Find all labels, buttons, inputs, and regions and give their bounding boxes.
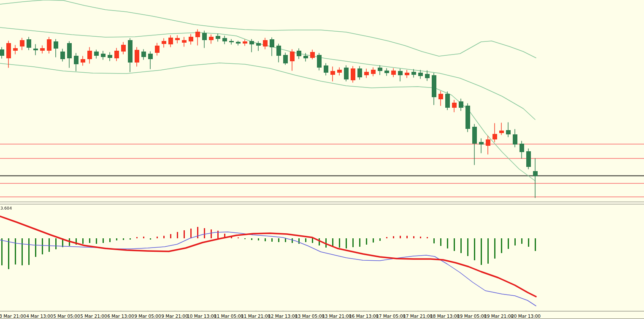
- x-axis-label: 13 Mar 21:00: [322, 314, 352, 319]
- x-axis-label: 6 Mar 13:00: [107, 314, 134, 319]
- x-axis-label: 17 Mar 21:00: [403, 314, 433, 319]
- x-axis-label: 13 Mar 05:00: [295, 314, 325, 319]
- x-axis-label: 19 Mar 05:00: [457, 314, 487, 319]
- time-axis[interactable]: 3 Mar 21:004 Mar 13:005 Mar 05:005 Mar 2…: [0, 311, 644, 319]
- x-axis-label: 16 Mar 13:00: [349, 314, 379, 319]
- x-axis-label: 3 Mar 21:00: [0, 314, 26, 319]
- x-axis-label: 17 Mar 05:00: [376, 314, 406, 319]
- panel-separator[interactable]: [0, 202, 644, 204]
- x-axis-label: 18 Mar 13:00: [430, 314, 460, 319]
- x-axis-label: 11 Mar 05:00: [214, 314, 244, 319]
- x-axis-label: 12 Mar 13:00: [268, 314, 298, 319]
- x-axis-label: 5 Mar 05:00: [53, 314, 80, 319]
- x-axis-label: 5 Mar 21:00: [80, 314, 107, 319]
- x-axis-label: 19 Mar 21:00: [484, 314, 514, 319]
- x-axis-label: 20 Mar 13:00: [511, 314, 541, 319]
- x-axis-label: 9 Mar 05:00: [134, 314, 161, 319]
- x-axis-label: 9 Mar 21:00: [161, 314, 188, 319]
- x-axis-label: 10 Mar 13:00: [187, 314, 216, 319]
- x-axis-label: 11 Mar 21:00: [241, 314, 271, 319]
- x-axis-label: 4 Mar 13:00: [26, 314, 53, 319]
- indicator-value-label: 3.604: [0, 206, 12, 210]
- trading-chart-window: 3.604 3 Mar 21:004 Mar 13:005 Mar 05:005…: [0, 0, 644, 319]
- chart-canvas[interactable]: [0, 0, 644, 319]
